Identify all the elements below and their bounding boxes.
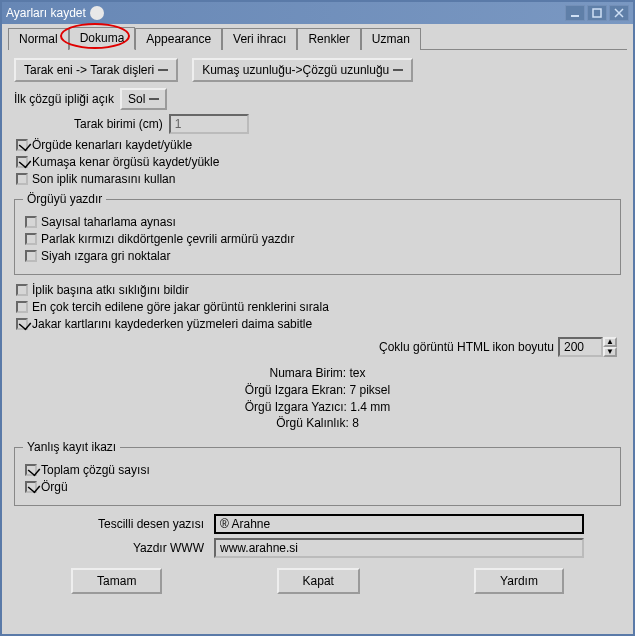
check-label: Kumaşa kenar örgüsü kaydet/yükle xyxy=(32,155,219,169)
maximize-button[interactable] xyxy=(587,5,607,21)
dropdown-indicator-icon xyxy=(149,98,159,100)
help-label: Yardım xyxy=(500,574,538,588)
checkbox-icon xyxy=(25,216,37,228)
check-siyah[interactable]: Siyah ızgara gri noktalar xyxy=(25,249,612,263)
check-label: Örgüde kenarları kaydet/yükle xyxy=(32,138,192,152)
check-son-iplik[interactable]: Son iplik numarasını kullan xyxy=(16,172,621,186)
ilk-cozgu-combo[interactable]: Sol xyxy=(120,88,167,110)
check-orgu-kenar[interactable]: Örgüde kenarları kaydet/yükle xyxy=(16,138,621,152)
window: Ayarları kaydet Normal Dokuma Appearance… xyxy=(0,0,635,636)
bottom-bar: Tamam Kapat Yardım xyxy=(14,562,621,596)
info-line: Örgü Kalınlık: 8 xyxy=(14,415,621,432)
svg-rect-0 xyxy=(571,15,579,17)
spin-up-button[interactable]: ▲ xyxy=(603,337,617,347)
content: Normal Dokuma Appearance Veri ihracı Ren… xyxy=(2,24,633,602)
dropdown-indicator-icon xyxy=(158,69,168,71)
checkbox-icon xyxy=(25,464,37,476)
tescilli-label: Tescilli desen yazısı xyxy=(14,517,214,531)
group-orgu-yazdir: Örgüyü yazdır Sayısal taharlama aynası P… xyxy=(14,192,621,275)
tab-renkler[interactable]: Renkler xyxy=(297,28,360,50)
check-orgu[interactable]: Örgü xyxy=(25,480,612,494)
tab-uzman[interactable]: Uzman xyxy=(361,28,421,50)
check-parlak[interactable]: Parlak kırmızı dikdörtgenle çevrili armü… xyxy=(25,232,612,246)
check-toplam-cozgu[interactable]: Toplam çözgü sayısı xyxy=(25,463,612,477)
checkbox-icon xyxy=(16,284,28,296)
group-yanlis-kayit: Yanlış kayıt ikazı Toplam çözgü sayısı Ö… xyxy=(14,440,621,506)
group-legend: Örgüyü yazdır xyxy=(23,192,106,206)
icon-size-input[interactable] xyxy=(558,337,603,357)
ilk-cozgu-value: Sol xyxy=(128,92,145,106)
check-sayisal[interactable]: Sayısal taharlama aynası xyxy=(25,215,612,229)
titlebar: Ayarları kaydet xyxy=(2,2,633,24)
check-label: En çok tercih edilene göre jakar görüntü… xyxy=(32,300,329,314)
check-label: Jakar kartlarını kaydederken yüzmeleri d… xyxy=(32,317,312,331)
app-icon xyxy=(90,6,104,20)
check-iplik-basina[interactable]: İplik başına atkı sıklığını bildir xyxy=(16,283,621,297)
tarak-button-label: Tarak eni -> Tarak dişleri xyxy=(24,63,154,77)
spin-down-button[interactable]: ▼ xyxy=(603,347,617,357)
checkbox-icon xyxy=(16,173,28,185)
ok-label: Tamam xyxy=(97,574,136,588)
group-legend: Yanlış kayıt ikazı xyxy=(23,440,120,454)
window-title: Ayarları kaydet xyxy=(6,6,86,20)
check-label: Parlak kırmızı dikdörtgenle çevrili armü… xyxy=(41,232,294,246)
tarak-birimi-input[interactable] xyxy=(169,114,249,134)
kumas-button[interactable]: Kumaş uzunluğu->Çözgü uzunluğu xyxy=(192,58,413,82)
info-block: Numara Birim: tex Örgü Izgara Ekran: 7 p… xyxy=(14,365,621,432)
checkbox-icon xyxy=(16,301,28,313)
tarak-button[interactable]: Tarak eni -> Tarak dişleri xyxy=(14,58,178,82)
www-input[interactable] xyxy=(214,538,584,558)
kumas-button-label: Kumaş uzunluğu->Çözgü uzunluğu xyxy=(202,63,389,77)
icon-size-spinner: ▲ ▼ xyxy=(558,337,617,357)
info-line: Örgü Izgara Ekran: 7 piksel xyxy=(14,382,621,399)
checkbox-icon xyxy=(25,233,37,245)
minimize-button[interactable] xyxy=(565,5,585,21)
tab-normal[interactable]: Normal xyxy=(8,28,69,50)
tab-bar: Normal Dokuma Appearance Veri ihracı Ren… xyxy=(8,26,627,50)
check-label: Örgü xyxy=(41,480,68,494)
tarak-birimi-label: Tarak birimi (cm) xyxy=(74,117,163,131)
close-button-bottom[interactable]: Kapat xyxy=(277,568,360,594)
check-label: Toplam çözgü sayısı xyxy=(41,463,150,477)
check-label: İplik başına atkı sıklığını bildir xyxy=(32,283,189,297)
tab-appearance[interactable]: Appearance xyxy=(135,28,222,50)
ok-button[interactable]: Tamam xyxy=(71,568,162,594)
check-label: Son iplik numarasını kullan xyxy=(32,172,175,186)
info-line: Numara Birim: tex xyxy=(14,365,621,382)
checkbox-icon xyxy=(16,318,28,330)
tab-pane: Tarak eni -> Tarak dişleri Kumaş uzunluğ… xyxy=(6,50,629,600)
info-line: Örgü Izgara Yazıcı: 1.4 mm xyxy=(14,399,621,416)
close-label: Kapat xyxy=(303,574,334,588)
svg-rect-1 xyxy=(593,9,601,17)
checkbox-icon xyxy=(25,250,37,262)
tab-veri-ihraci[interactable]: Veri ihracı xyxy=(222,28,297,50)
dropdown-indicator-icon xyxy=(393,69,403,71)
www-label: Yazdır WWW xyxy=(14,541,214,555)
checkbox-icon xyxy=(25,481,37,493)
tab-dokuma[interactable]: Dokuma xyxy=(69,27,136,50)
checkbox-icon xyxy=(16,139,28,151)
checkbox-icon xyxy=(16,156,28,168)
check-en-cok[interactable]: En çok tercih edilene göre jakar görüntü… xyxy=(16,300,621,314)
check-kumas-kenar[interactable]: Kumaşa kenar örgüsü kaydet/yükle xyxy=(16,155,621,169)
check-jakar[interactable]: Jakar kartlarını kaydederken yüzmeleri d… xyxy=(16,317,621,331)
close-button[interactable] xyxy=(609,5,629,21)
help-button[interactable]: Yardım xyxy=(474,568,564,594)
check-label: Sayısal taharlama aynası xyxy=(41,215,176,229)
spin-label: Çoklu görüntü HTML ikon boyutu xyxy=(379,340,554,354)
ilk-cozgu-label: İlk çözgü ipliği açık xyxy=(14,92,114,106)
tescilli-input[interactable] xyxy=(214,514,584,534)
check-label: Siyah ızgara gri noktalar xyxy=(41,249,170,263)
